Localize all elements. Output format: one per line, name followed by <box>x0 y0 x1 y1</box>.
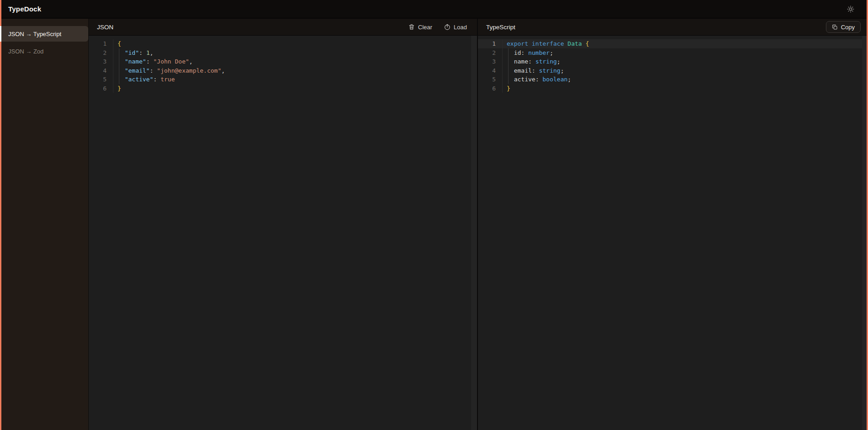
theme-toggle-button[interactable] <box>845 4 856 15</box>
upload-icon <box>444 24 450 30</box>
json-panel-title: JSON <box>97 24 113 31</box>
line-number: 1 <box>89 39 107 48</box>
indent-guide <box>508 57 509 66</box>
indent-guide <box>508 75 509 84</box>
vertical-scrollbar[interactable] <box>471 36 477 430</box>
sidebar-item-label: JSON → Zod <box>8 48 43 55</box>
code-line-2: 2 id: number; <box>478 48 868 58</box>
line-number: 2 <box>478 48 496 58</box>
code-line-5: 5 "active": true <box>89 75 477 84</box>
code-line-1: 1export interface Data { <box>478 39 868 48</box>
line-number: 5 <box>89 75 107 84</box>
json-panel: JSON Clear <box>89 19 477 430</box>
indent-guide <box>119 75 119 84</box>
line-number: 5 <box>478 75 496 84</box>
sidebar-item-label: JSON → TypeScript <box>8 31 61 37</box>
code-line-6: 6} <box>478 84 868 93</box>
json-panel-header: JSON Clear <box>89 19 477 36</box>
app-header: TypeDock <box>0 0 868 18</box>
sun-icon <box>847 5 854 13</box>
typescript-editor[interactable]: 1export interface Data {2 id: number;3 n… <box>478 36 868 430</box>
copy-icon <box>832 24 838 30</box>
load-button[interactable]: Load <box>441 22 470 32</box>
code-line-4: 4 "email": "john@example.com", <box>89 66 477 75</box>
app-title: TypeDock <box>8 5 41 13</box>
typescript-panel-title: TypeScript <box>486 24 515 31</box>
sidebar-item-json-to-typescript[interactable]: JSON → TypeScript <box>0 26 88 42</box>
json-editor[interactable]: 1{2 "id": 1,3 "name": "John Doe",4 "emai… <box>89 36 477 430</box>
main-layout: JSON → TypeScript JSON → Zod JSON <box>0 19 868 430</box>
indent-guide <box>119 57 119 66</box>
code-line-1: 1{ <box>89 39 477 48</box>
load-button-label: Load <box>454 24 467 31</box>
code-line-3: 3 "name": "John Doe", <box>89 57 477 66</box>
indent-guide <box>508 66 509 75</box>
indent-guide <box>508 48 509 58</box>
sidebar-item-json-to-zod[interactable]: JSON → Zod <box>0 43 88 59</box>
typescript-panel-header: TypeScript Copy <box>478 19 868 36</box>
app-window: TypeDock JSON → TypeScript JSON → Zod <box>0 0 868 430</box>
code-line-6: 6} <box>89 84 477 93</box>
sidebar: JSON → TypeScript JSON → Zod <box>0 19 89 430</box>
code-line-4: 4 email: string; <box>478 66 868 75</box>
line-number: 6 <box>478 84 496 93</box>
line-number: 3 <box>89 57 107 66</box>
line-number: 2 <box>89 48 107 58</box>
copy-button-label: Copy <box>841 24 855 31</box>
typescript-panel: TypeScript Copy 1export interface Data {… <box>478 19 868 430</box>
window-edge-left <box>0 0 1 430</box>
clear-button-label: Clear <box>418 24 432 31</box>
line-number: 1 <box>478 39 496 48</box>
trash-icon <box>408 24 415 30</box>
clear-button[interactable]: Clear <box>406 22 435 32</box>
indent-guide <box>119 48 119 58</box>
indent-guide <box>119 66 119 75</box>
line-number: 3 <box>478 57 496 66</box>
code-line-5: 5 active: boolean; <box>478 75 868 84</box>
line-number: 6 <box>89 84 107 93</box>
copy-button[interactable]: Copy <box>826 21 861 33</box>
code-line-3: 3 name: string; <box>478 57 868 66</box>
line-number: 4 <box>89 66 107 75</box>
code-line-2: 2 "id": 1, <box>89 48 477 58</box>
line-number: 4 <box>478 66 496 75</box>
